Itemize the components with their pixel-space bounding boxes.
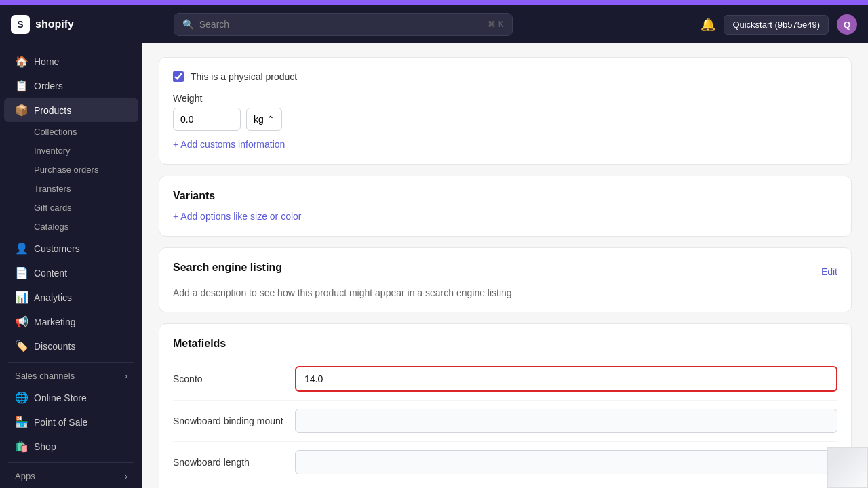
weight-unit-select[interactable]: kg ⌃ <box>246 108 282 131</box>
sidebar-item-marketing[interactable]: 📢 Marketing <box>4 310 138 333</box>
sidebar-item-analytics-label: Analytics <box>34 292 72 303</box>
seo-description: Add a description to see how this produc… <box>173 287 837 298</box>
metafield-value-length[interactable] <box>295 450 837 474</box>
search-input-left: 🔍 Search <box>182 19 229 30</box>
physical-product-checkbox[interactable] <box>173 71 184 82</box>
search-input-container[interactable]: 🔍 Search ⌘ K <box>174 13 513 36</box>
sidebar-item-home-label: Home <box>34 56 59 67</box>
sidebar-item-content[interactable]: 📄 Content <box>4 261 138 285</box>
variants-card: Variants + Add options like size or colo… <box>159 176 852 237</box>
sidebar-item-pos-label: Point of Sale <box>34 417 87 428</box>
sidebar-divider-2 <box>8 462 134 463</box>
seo-edit-button[interactable]: Edit <box>821 266 837 277</box>
metafield-label-length: Snowboard length <box>173 457 295 468</box>
metafield-label-binding-mount: Snowboard binding mount <box>173 415 295 426</box>
metafields-title: Metafields <box>173 338 837 350</box>
weight-input[interactable] <box>173 108 241 131</box>
sidebar-item-customers[interactable]: 👤 Customers <box>4 237 138 260</box>
logo-text: shopify <box>35 18 74 30</box>
online-store-icon: 🌐 <box>15 391 27 404</box>
variants-title: Variants <box>173 190 837 202</box>
header: S shopify 🔍 Search ⌘ K 🔔 Quickstart (9b5… <box>0 5 868 43</box>
sidebar-item-content-label: Content <box>34 268 67 279</box>
search-icon: 🔍 <box>182 19 194 30</box>
physical-product-card: This is a physical product Weight kg ⌃ +… <box>159 57 852 165</box>
quickstart-label: Quickstart (9b575e49) <box>732 20 820 30</box>
analytics-icon: 📊 <box>15 291 27 304</box>
main-layout: 🏠 Home 📋 Orders 📦 Products Collections I… <box>0 43 868 488</box>
sidebar-item-discounts[interactable]: 🏷️ Discounts <box>4 334 138 358</box>
add-customs-link[interactable]: + Add customs information <box>173 139 285 150</box>
metafield-value-binding-mount[interactable] <box>295 409 837 433</box>
orders-icon: 📋 <box>15 79 27 92</box>
marketing-icon: 📢 <box>15 315 27 328</box>
add-customs-label: + Add customs information <box>173 139 285 150</box>
products-icon: 📦 <box>15 104 27 117</box>
products-submenu: Collections Inventory Purchase orders Tr… <box>0 123 142 236</box>
sidebar-divider-1 <box>8 362 134 363</box>
weight-inputs: kg ⌃ <box>173 108 837 131</box>
quickstart-button[interactable]: Quickstart (9b575e49) <box>724 15 829 35</box>
metafield-value-sconto[interactable] <box>295 366 837 392</box>
metafield-row-sconto: Sconto <box>173 358 837 401</box>
add-options-link[interactable]: + Add options like size or color <box>173 211 302 222</box>
thumbnail-preview <box>827 447 868 488</box>
home-icon: 🏠 <box>15 55 27 68</box>
apps-header[interactable]: Apps › <box>4 467 138 485</box>
seo-title: Search engine listing <box>173 262 282 274</box>
logo[interactable]: S shopify <box>11 15 74 34</box>
search-shortcut: ⌘ K <box>488 20 503 29</box>
sidebar-item-transfers[interactable]: Transfers <box>4 180 138 198</box>
seo-card: Search engine listing Edit Add a descrip… <box>159 247 852 312</box>
sidebar-item-marketing-label: Marketing <box>34 317 75 327</box>
metafield-row-binding-mount: Snowboard binding mount <box>173 401 837 442</box>
sidebar-item-online-store-label: Online Store <box>34 392 87 403</box>
sidebar-item-inventory[interactable]: Inventory <box>4 142 138 160</box>
physical-product-label: This is a physical product <box>191 71 297 82</box>
sidebar-item-shop[interactable]: 🛍️ Shop <box>4 434 138 458</box>
top-bar <box>0 0 868 5</box>
content-icon: 📄 <box>15 266 27 279</box>
weight-unit-label: kg <box>254 114 264 125</box>
metafield-row-length: Snowboard length <box>173 442 837 483</box>
apps-label: Apps <box>15 471 35 481</box>
discounts-icon: 🏷️ <box>15 340 27 352</box>
metafields-card: Metafields Sconto Snowboard binding moun… <box>159 323 852 488</box>
sidebar-item-point-of-sale[interactable]: 🏪 Point of Sale <box>4 410 138 434</box>
sidebar-item-gift-cards[interactable]: Gift cards <box>4 199 138 217</box>
sidebar-item-products-label: Products <box>34 105 71 116</box>
sales-channels-header[interactable]: Sales channels › <box>4 367 138 385</box>
sidebar-item-home[interactable]: 🏠 Home <box>4 49 138 73</box>
sidebar-item-collections[interactable]: Collections <box>4 123 138 141</box>
sidebar-item-purchase-orders[interactable]: Purchase orders <box>4 161 138 179</box>
customers-icon: 👤 <box>15 242 27 255</box>
sales-channels-label: Sales channels <box>15 371 75 381</box>
search-placeholder: Search <box>199 19 229 30</box>
weight-section: Weight kg ⌃ <box>173 93 837 131</box>
sales-channels-expand-icon: › <box>125 371 127 381</box>
thumbnail-inner <box>828 448 867 487</box>
search-bar: 🔍 Search ⌘ K <box>174 13 513 36</box>
avatar-initials: Q <box>844 20 850 30</box>
sidebar-item-online-store[interactable]: 🌐 Online Store <box>4 386 138 409</box>
sidebar-item-discounts-label: Discounts <box>34 341 75 352</box>
header-right: 🔔 Quickstart (9b575e49) Q <box>701 14 857 35</box>
sidebar-item-analytics[interactable]: 📊 Analytics <box>4 285 138 309</box>
apps-expand-icon: › <box>125 471 127 481</box>
notification-bell-button[interactable]: 🔔 <box>701 17 715 32</box>
weight-unit-chevron-icon: ⌃ <box>267 114 275 125</box>
physical-product-row: This is a physical product <box>173 71 837 82</box>
sidebar-item-orders[interactable]: 📋 Orders <box>4 74 138 98</box>
shop-icon: 🛍️ <box>15 440 27 453</box>
sidebar: 🏠 Home 📋 Orders 📦 Products Collections I… <box>0 43 142 488</box>
sidebar-item-orders-label: Orders <box>34 81 63 92</box>
weight-label: Weight <box>173 93 837 104</box>
point-of-sale-icon: 🏪 <box>15 415 27 428</box>
sidebar-item-products[interactable]: 📦 Products <box>4 98 138 122</box>
metafield-label-sconto: Sconto <box>173 373 295 384</box>
seo-header: Search engine listing Edit <box>173 262 837 282</box>
sidebar-item-shop-label: Shop <box>34 441 56 452</box>
sidebar-item-catalogs[interactable]: Catalogs <box>4 218 138 236</box>
content-area: This is a physical product Weight kg ⌃ +… <box>142 43 868 488</box>
avatar[interactable]: Q <box>837 14 857 35</box>
